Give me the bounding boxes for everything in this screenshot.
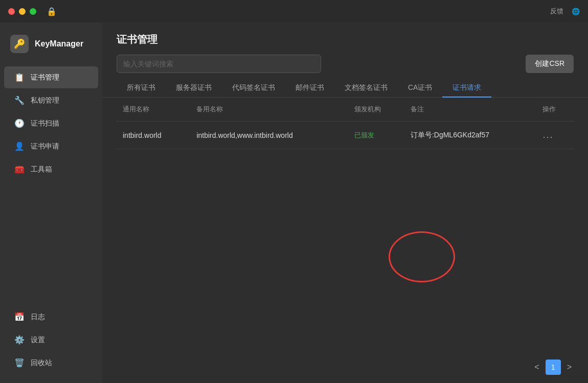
action-menu-button[interactable]: ... <box>542 130 553 140</box>
logo-text: KeyManager <box>35 39 83 49</box>
sidebar-item-label: 回收站 <box>31 358 52 368</box>
app-body: 🔑 KeyManager 📋 证书管理 🔧 私钥管理 🕐 证书扫描 👤 证书申请… <box>0 22 588 383</box>
sidebar-item-log[interactable]: 📅 日志 <box>4 306 98 328</box>
key-mgmt-icon: 🔧 <box>14 95 25 105</box>
sidebar-item-label: 工具箱 <box>31 165 52 174</box>
sidebar-item-trash[interactable]: 🗑️ 回收站 <box>4 352 98 374</box>
window-controls: 🔒 <box>8 7 57 16</box>
col-remark: 备注 <box>404 98 537 122</box>
cell-common-name: intbird.world <box>117 122 190 149</box>
col-action: 操作 <box>536 98 574 122</box>
tab-email[interactable]: 邮件证书 <box>285 79 334 98</box>
sidebar-item-label: 设置 <box>31 336 45 345</box>
sidebar-item-label: 证书管理 <box>31 73 59 82</box>
tab-code-sign[interactable]: 代码签名证书 <box>222 79 285 98</box>
page-1-button[interactable]: 1 <box>546 360 561 375</box>
globe-icon[interactable]: 🌐 <box>572 8 580 15</box>
col-issuer: 颁发机构 <box>348 98 404 122</box>
table-container: 通用名称 备用名称 颁发机构 备注 操作 intbird.world intbi… <box>102 98 588 351</box>
col-common-name: 通用名称 <box>117 98 190 122</box>
toolbox-icon: 🧰 <box>14 164 25 174</box>
titlebar-actions: 反馈 🌐 <box>550 7 580 16</box>
maximize-button[interactable] <box>30 8 36 15</box>
sidebar-logo: 🔑 KeyManager <box>0 29 102 63</box>
sidebar-bottom: 📅 日志 ⚙️ 设置 🗑️ 回收站 <box>0 303 102 383</box>
status-badge: 已颁发 <box>354 131 374 139</box>
log-icon: 📅 <box>14 312 25 322</box>
feedback-button[interactable]: 反馈 <box>550 7 563 16</box>
prev-page-button[interactable]: < <box>532 363 541 372</box>
sidebar-nav: 📋 证书管理 🔧 私钥管理 🕐 证书扫描 👤 证书申请 🧰 工具箱 <box>0 63 102 303</box>
trash-icon: 🗑️ <box>14 358 25 368</box>
cell-status: 已颁发 <box>348 122 404 149</box>
cert-apply-icon: 👤 <box>14 141 25 151</box>
sidebar-item-cert-mgmt[interactable]: 📋 证书管理 <box>4 66 98 88</box>
page-title: 证书管理 <box>117 33 574 46</box>
col-alt-name: 备用名称 <box>190 98 348 122</box>
settings-icon: ⚙️ <box>14 335 25 345</box>
cell-action[interactable]: ... <box>536 122 574 149</box>
sidebar: 🔑 KeyManager 📋 证书管理 🔧 私钥管理 🕐 证书扫描 👤 证书申请… <box>0 22 102 383</box>
sidebar-item-cert-apply[interactable]: 👤 证书申请 <box>4 135 98 157</box>
sidebar-item-cert-scan[interactable]: 🕐 证书扫描 <box>4 112 98 134</box>
cell-alt-name: intbird.world,www.intbird.world <box>190 122 348 149</box>
toolbar: 创建CSR <box>117 55 574 73</box>
sidebar-item-key-mgmt[interactable]: 🔧 私钥管理 <box>4 89 98 111</box>
minimize-button[interactable] <box>19 8 26 15</box>
tab-doc-sign[interactable]: 文档签名证书 <box>334 79 398 98</box>
tab-ca[interactable]: CA证书 <box>398 79 442 98</box>
table-header-row: 通用名称 备用名称 颁发机构 备注 操作 <box>117 98 574 122</box>
cert-mgmt-icon: 📋 <box>14 73 25 82</box>
search-input[interactable] <box>117 55 321 73</box>
sidebar-item-label: 证书申请 <box>31 142 59 151</box>
sidebar-item-label: 日志 <box>31 313 45 322</box>
titlebar: 🔒 反馈 🌐 <box>0 0 588 22</box>
tab-csr[interactable]: 证书请求 <box>442 79 491 98</box>
cert-table: 通用名称 备用名称 颁发机构 备注 操作 intbird.world intbi… <box>117 98 574 149</box>
main-area: 通用名称 备用名称 颁发机构 备注 操作 intbird.world intbi… <box>102 98 588 383</box>
main-header: 证书管理 创建CSR <box>102 22 588 73</box>
lock-icon: 🔒 <box>47 7 57 16</box>
main-content: 证书管理 创建CSR 所有证书 服务器证书 代码签名证书 邮件证书 文档签名证书… <box>102 22 588 383</box>
tab-all[interactable]: 所有证书 <box>117 79 166 98</box>
sidebar-item-label: 私钥管理 <box>31 96 59 105</box>
logo-icon: 🔑 <box>10 35 29 53</box>
tab-server[interactable]: 服务器证书 <box>166 79 222 98</box>
cell-remark: 订单号:DgML6GKd2af57 <box>404 122 537 149</box>
table-row: intbird.world intbird.world,www.intbird.… <box>117 122 574 149</box>
close-button[interactable] <box>8 8 15 15</box>
tabs: 所有证书 服务器证书 代码签名证书 邮件证书 文档签名证书 CA证书 证书请求 <box>102 73 588 98</box>
cert-scan-icon: 🕐 <box>14 118 25 128</box>
pagination: < 1 > <box>102 351 588 383</box>
next-page-button[interactable]: > <box>565 363 574 372</box>
create-csr-button[interactable]: 创建CSR <box>526 55 574 73</box>
sidebar-item-label: 证书扫描 <box>31 119 59 128</box>
sidebar-item-toolbox[interactable]: 🧰 工具箱 <box>4 158 98 180</box>
sidebar-item-settings[interactable]: ⚙️ 设置 <box>4 329 98 351</box>
